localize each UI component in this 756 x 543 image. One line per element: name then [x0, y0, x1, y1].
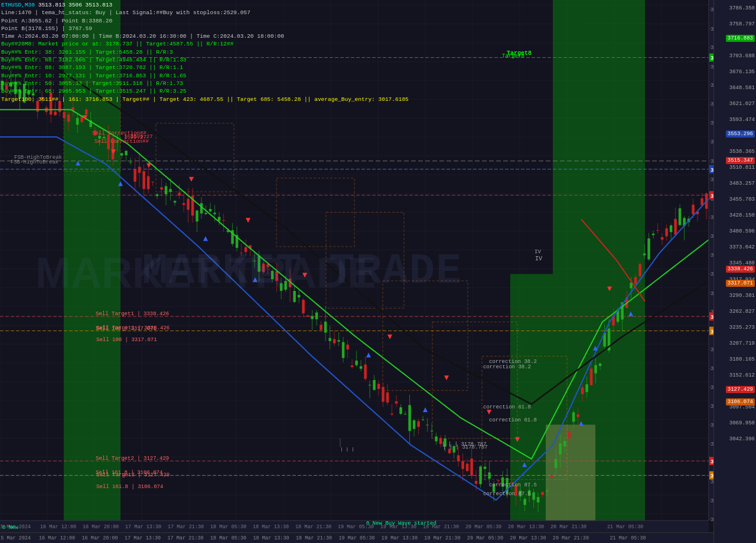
time-label: 18 Mar 13:30	[253, 535, 289, 541]
highlighted-price-label: 3515.347	[726, 157, 755, 164]
price-axis: 3786.3503758.7973731.2433703.6883676.135…	[713, 0, 756, 543]
price-label: 3510.811	[729, 165, 755, 171]
price-label: 3483.257	[729, 181, 755, 187]
highlighted-price-label: 3127.429	[726, 386, 755, 393]
time-label: 15 Mar 2024	[0, 535, 31, 541]
time-label: 17 Mar 13:30	[125, 535, 161, 541]
price-label: 3069.950	[729, 420, 755, 426]
time-label: 17 Mar 21:30	[167, 535, 203, 541]
price-label: 3648.581	[729, 85, 755, 91]
price-label: 3758.797	[729, 21, 755, 27]
price-label: 3538.365	[729, 149, 755, 155]
time-label: 16 Mar 20:00	[82, 535, 118, 541]
price-label: 3621.027	[729, 101, 755, 107]
price-label: 3428.150	[729, 212, 755, 218]
price-label: 3373.042	[729, 244, 755, 250]
price-label: 3152.612	[729, 372, 755, 378]
price-label: 3235.273	[729, 325, 755, 331]
price-label: 3400.596	[729, 228, 755, 234]
time-label: 21 Mar 05:30	[610, 535, 646, 541]
time-label: 20 Mar 05:30	[467, 535, 503, 541]
new-count: 0 New	[2, 525, 18, 531]
status-bar: 0 New	[0, 523, 713, 532]
time-label: 18 Mar 05:30	[210, 535, 246, 541]
time-label: 19 Mar 13:30	[382, 535, 418, 541]
price-label: 3180.165	[729, 356, 755, 362]
price-label: 3290.381	[729, 293, 755, 299]
time-label: 19 Mar 21:30	[424, 535, 460, 541]
time-label: 19 Mar 05:30	[338, 535, 374, 541]
price-label: 3455.703	[729, 197, 755, 202]
price-label: 3262.827	[729, 309, 755, 315]
highlighted-price-label: 3716.883	[726, 35, 755, 42]
time-label: 20 Mar 13:30	[510, 535, 546, 541]
highlighted-price-label: 3553.296	[726, 130, 755, 138]
highlighted-price-label: 3106.074	[726, 398, 755, 405]
price-label: 3786.350	[729, 5, 755, 11]
highlighted-price-label: 3338.426	[726, 266, 755, 273]
time-label: 16 Mar 12:00	[39, 535, 75, 541]
time-axis: 15 Mar 202416 Mar 12:0016 Mar 20:0017 Ma…	[0, 532, 713, 543]
time-label: 18 Mar 21:30	[296, 535, 332, 541]
chart-canvas	[0, 0, 756, 543]
price-label: 3593.474	[729, 117, 755, 123]
price-label: 3676.135	[729, 69, 755, 75]
price-label: 3703.688	[729, 53, 755, 59]
time-label: 20 Mar 21:30	[553, 535, 589, 541]
price-label: 3207.719	[729, 341, 755, 346]
highlighted-price-label: 3317.071	[726, 280, 755, 287]
chart-container: MARKET TRADE ETHUSD,M30 3513.813 3506 35…	[0, 0, 756, 543]
price-label: 3042.396	[729, 436, 755, 442]
